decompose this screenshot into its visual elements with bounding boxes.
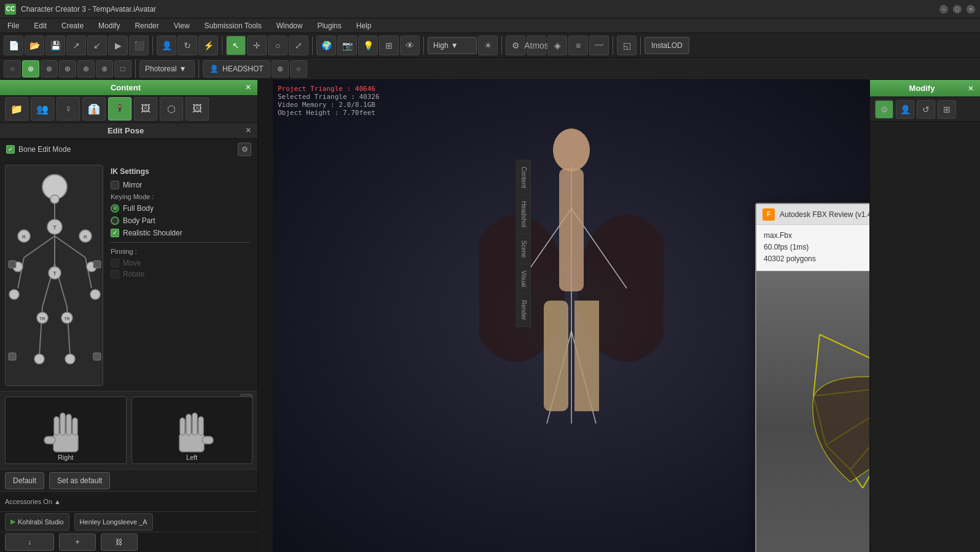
settings-button[interactable]: ⚙: [506, 36, 525, 55]
download-button[interactable]: ↓: [5, 534, 54, 551]
atmos-button[interactable]: Atmos: [527, 36, 546, 55]
mirror-checkbox[interactable]: [111, 181, 119, 189]
content-pose-icon[interactable]: 🕴: [108, 97, 131, 120]
pose-area: T R R: [0, 160, 257, 391]
adjust-button[interactable]: ≡: [568, 36, 588, 55]
menu-render[interactable]: Render: [132, 20, 161, 31]
menu-plugins[interactable]: Plugins: [315, 20, 343, 31]
content-photo-icon[interactable]: 🖼: [186, 97, 209, 120]
t2-btn4[interactable]: ⊕: [59, 60, 76, 77]
rotate-gizmo-button[interactable]: ○: [268, 36, 288, 55]
tab-visual[interactable]: Visual: [516, 264, 531, 293]
body-part-radio[interactable]: [111, 216, 119, 225]
modify-close-icon[interactable]: ✕: [968, 84, 974, 93]
scale-button[interactable]: ⤢: [289, 36, 308, 55]
right-hand-container[interactable]: Right: [5, 396, 127, 464]
close-button[interactable]: ×: [966, 5, 975, 14]
menu-submission-tools[interactable]: Submission Tools: [202, 20, 264, 31]
t2-btn2[interactable]: ⊕: [22, 60, 39, 77]
bone-edit-checkbox[interactable]: [6, 145, 15, 154]
modify-icon4[interactable]: ⊞: [938, 100, 956, 119]
maximize-button[interactable]: □: [953, 5, 962, 14]
move-checkbox[interactable]: [111, 259, 119, 267]
tab-scene[interactable]: Scene: [516, 234, 531, 264]
content-people-icon[interactable]: 👥: [31, 97, 54, 120]
tab-render[interactable]: Render: [516, 293, 531, 327]
modify-icon1[interactable]: ⚙: [875, 100, 893, 119]
shape-button[interactable]: ◱: [617, 36, 637, 55]
menu-edit[interactable]: Edit: [31, 20, 49, 31]
record-button[interactable]: ⬛: [129, 36, 149, 55]
bone-settings-icon[interactable]: ⚙: [238, 143, 251, 156]
headshot-button[interactable]: 👤 HEADSHOT: [203, 60, 270, 77]
t2-btn6[interactable]: ⊕: [96, 60, 113, 77]
menu-create[interactable]: Create: [59, 20, 86, 31]
light-button[interactable]: 💡: [358, 36, 378, 55]
t2-btn3[interactable]: ⊕: [41, 60, 58, 77]
content-header-title: Content: [6, 83, 245, 92]
t2-btn5[interactable]: ⊕: [77, 60, 95, 77]
full-body-radio[interactable]: [111, 204, 119, 213]
keying-mode-label: Keying Mode :: [111, 193, 250, 200]
content-hair-icon[interactable]: ♀: [57, 97, 80, 120]
tab-headshot[interactable]: Headshot: [516, 194, 531, 234]
rotate-checkbox[interactable]: [111, 270, 119, 278]
left-hand-container[interactable]: Left: [131, 396, 253, 464]
minimize-button[interactable]: −: [939, 5, 948, 14]
camera-button[interactable]: 📷: [337, 36, 357, 55]
select-button[interactable]: ↖: [226, 36, 246, 55]
modify-icon2[interactable]: 👤: [896, 100, 914, 119]
fx-button[interactable]: ◈: [547, 36, 567, 55]
rotate-button[interactable]: ↻: [178, 36, 197, 55]
content-cloth-icon[interactable]: 👔: [82, 97, 106, 120]
t2-headshot2[interactable]: ⊕: [272, 60, 289, 77]
menu-view[interactable]: View: [171, 20, 192, 31]
export-button[interactable]: ↗: [66, 36, 86, 55]
realistic-shoulder-checkbox[interactable]: [111, 229, 119, 237]
add-button[interactable]: +: [59, 534, 96, 551]
svg-text:R: R: [84, 234, 87, 240]
set-as-default-button[interactable]: Set as default: [49, 472, 110, 489]
menu-help[interactable]: Help: [354, 20, 374, 31]
instaloд-button[interactable]: InstaLOD: [645, 37, 689, 54]
menu-file[interactable]: File: [5, 20, 22, 31]
henley-tag[interactable]: Henley Longsleeve _A: [74, 513, 153, 530]
import-button[interactable]: ↙: [87, 36, 107, 55]
chain-button[interactable]: ⛓: [101, 534, 138, 551]
fbx-app-icon: F: [762, 208, 775, 221]
world-button[interactable]: 🌍: [316, 36, 336, 55]
tab-content[interactable]: Content: [516, 160, 531, 194]
menu-window[interactable]: Window: [274, 20, 305, 31]
grid-button[interactable]: ⊞: [379, 36, 399, 55]
t2-headshot3[interactable]: ○: [290, 60, 307, 77]
default-button[interactable]: Default: [5, 472, 44, 489]
bottom-bar: Default Set as default: [0, 469, 257, 491]
open-file-button[interactable]: 📂: [25, 36, 44, 55]
edit-pose-close-icon[interactable]: ✕: [245, 126, 251, 135]
t2-btn1[interactable]: ○: [4, 60, 21, 77]
content-morph-icon[interactable]: ⬡: [160, 97, 183, 120]
content-folder-icon[interactable]: 📁: [5, 97, 28, 120]
modify-icon3[interactable]: ↺: [917, 100, 935, 119]
move-gizmo-button[interactable]: ✛: [247, 36, 267, 55]
photoreal-dropdown[interactable]: Photoreal ▼: [139, 60, 195, 77]
display-button[interactable]: 👁: [400, 36, 420, 55]
sun-button[interactable]: ☀: [478, 36, 498, 55]
quality-dropdown[interactable]: High ▼: [428, 37, 477, 54]
filter-button[interactable]: 〰: [589, 36, 609, 55]
svg-rect-42: [198, 417, 203, 435]
play-button[interactable]: ▶: [108, 36, 128, 55]
save-button[interactable]: 💾: [45, 36, 65, 55]
motion-button[interactable]: ⚡: [198, 36, 218, 55]
t2-btn7[interactable]: □: [114, 60, 131, 77]
content-close-icon[interactable]: ✕: [245, 83, 251, 92]
new-file-button[interactable]: 📄: [4, 36, 23, 55]
svg-rect-56: [574, 301, 599, 411]
kohlrabi-tag[interactable]: ▶ Kohlrabi Studio: [5, 513, 69, 530]
svg-point-29: [65, 354, 75, 364]
menu-modify[interactable]: Modify: [96, 20, 122, 31]
person-button[interactable]: 👤: [157, 36, 176, 55]
content-scene-icon[interactable]: 🖼: [134, 97, 157, 120]
full-body-label: Full Body: [123, 204, 154, 213]
fbx-fps: 60.0fps (1ms): [764, 242, 869, 253]
